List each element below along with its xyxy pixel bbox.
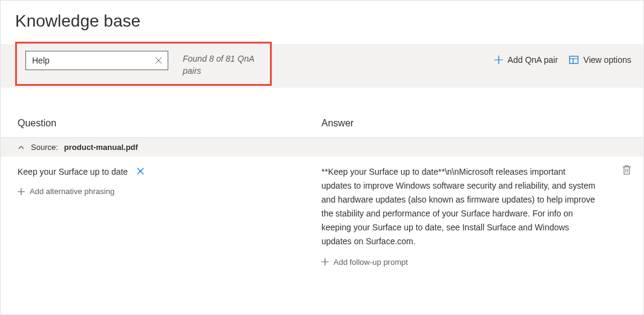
column-header-answer: Answer — [321, 118, 353, 129]
add-qna-pair-label: Add QnA pair — [508, 55, 558, 65]
answer-text[interactable]: **Keep your Surface up to date**\n\nMicr… — [321, 165, 597, 249]
add-followup-prompt-button[interactable]: Add follow-up prompt — [321, 258, 597, 267]
x-icon — [137, 167, 144, 175]
search-result-count: Found 8 of 81 QnA pairs — [183, 51, 261, 77]
plus-icon — [494, 56, 503, 64]
x-icon — [155, 57, 162, 64]
columns-header: Question Answer — [1, 88, 643, 138]
search-input-wrap — [25, 51, 168, 70]
remove-question-button[interactable] — [137, 167, 144, 177]
add-followup-prompt-label: Add follow-up prompt — [334, 258, 408, 267]
search-input[interactable] — [25, 51, 168, 70]
trash-icon — [622, 165, 631, 175]
answer-column: **Keep your Surface up to date**\n\nMicr… — [321, 165, 626, 267]
view-options-icon — [569, 55, 579, 65]
source-filename: product-manual.pdf — [64, 143, 138, 152]
view-options-button[interactable]: View options — [569, 55, 631, 65]
clear-search-button[interactable] — [153, 54, 165, 67]
view-options-label: View options — [583, 55, 631, 65]
svg-rect-0 — [570, 56, 578, 63]
search-highlight-region: Found 8 of 81 QnA pairs — [15, 42, 272, 86]
delete-qna-button[interactable] — [622, 165, 631, 175]
toolbar: Found 8 of 81 QnA pairs Add QnA pair Vie… — [1, 44, 643, 88]
chevron-up-icon — [18, 144, 25, 151]
column-header-question: Question — [18, 118, 321, 129]
source-prefix: Source: — [31, 143, 58, 152]
toolbar-actions: Add QnA pair View options — [494, 44, 643, 65]
add-qna-pair-button[interactable]: Add QnA pair — [494, 55, 558, 65]
plus-icon — [321, 258, 329, 265]
page-title: Knowledge base — [1, 1, 643, 44]
plus-icon — [18, 188, 25, 195]
add-alternative-phrasing-label: Add alternative phrasing — [30, 187, 114, 196]
add-alternative-phrasing-button[interactable]: Add alternative phrasing — [18, 187, 307, 196]
question-text[interactable]: Keep your Surface up to date — [18, 165, 128, 178]
source-row[interactable]: Source: product-manual.pdf — [1, 138, 643, 157]
question-column: Keep your Surface up to date Add alterna… — [18, 165, 321, 267]
qna-row: Keep your Surface up to date Add alterna… — [1, 157, 643, 267]
